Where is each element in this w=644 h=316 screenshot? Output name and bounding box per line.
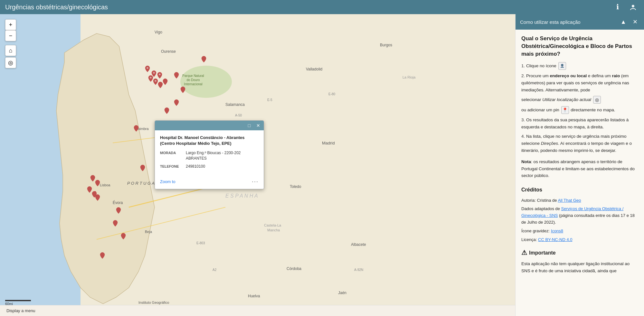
svg-text:Castela-La: Castela-La xyxy=(264,223,281,227)
map-pin[interactable] xyxy=(121,233,126,239)
popup-field-telefone: TELEFONE 249810100 xyxy=(160,164,259,169)
map-pin[interactable] xyxy=(87,186,92,193)
map-pin[interactable] xyxy=(157,72,162,79)
map-pin[interactable] xyxy=(164,107,169,114)
map-controls: + − ⌂ ◎ xyxy=(5,19,16,68)
popup-value-telefone: 249810100 xyxy=(186,164,259,169)
popup-label-morada: MORADA xyxy=(160,150,186,161)
license-link[interactable]: CC BY-NC-ND 4.0 xyxy=(538,237,572,242)
sidebar-content: Qual o Serviço de Urgência Obstétrica/Gi… xyxy=(516,30,644,279)
svg-point-46 xyxy=(155,80,156,82)
svg-text:Ourense: Ourense xyxy=(161,49,176,54)
popup-value-morada: Largo Eng.º Bioucas - 2200-202 ABRANTES xyxy=(186,150,259,161)
svg-text:Valladolid: Valladolid xyxy=(306,67,322,71)
map-pin[interactable] xyxy=(174,72,179,79)
map-pin[interactable] xyxy=(201,56,206,62)
map-pin[interactable] xyxy=(153,79,158,85)
map-container[interactable]: Ourense Vigo Salamanca Valladolid Burgos… xyxy=(0,14,515,316)
svg-text:A-92N: A-92N xyxy=(354,268,363,272)
map-pin[interactable] xyxy=(100,252,105,259)
main-question: Qual o Serviço de Urgência Obstétrica/Gi… xyxy=(521,35,638,58)
display-menu-button[interactable]: Display a menu xyxy=(4,307,38,314)
note-section: Nota: os resultados abrangem apenas o te… xyxy=(521,158,638,179)
svg-text:Jaén: Jaén xyxy=(338,291,346,295)
all-that-geo-link[interactable]: All That Geo xyxy=(558,198,581,203)
svg-point-47 xyxy=(561,64,563,66)
home-button[interactable]: ⌂ xyxy=(5,45,16,56)
zoom-in-button[interactable]: + xyxy=(5,19,16,30)
step-2-cont: selecionar Utilizar localização actual ◎ xyxy=(521,96,638,104)
svg-point-42 xyxy=(147,67,148,69)
svg-text:E S P A N H A: E S P A N H A xyxy=(225,193,258,199)
locate-button[interactable]: ◎ xyxy=(5,57,16,68)
sidebar-header: Como utilizar esta aplicação ▲ ✕ xyxy=(516,14,644,30)
svg-point-45 xyxy=(150,77,151,79)
icons8-link[interactable]: Icons8 xyxy=(551,228,563,233)
svg-text:Parque Natural: Parque Natural xyxy=(182,74,204,78)
svg-text:Burgos: Burgos xyxy=(380,43,392,47)
svg-text:Toledo: Toledo xyxy=(290,184,301,189)
sidebar-collapse-button[interactable]: ▲ xyxy=(619,17,628,26)
step-4: 4. Na lista, clique no serviço de urgênc… xyxy=(521,133,638,154)
popup-header: □ ✕ xyxy=(155,121,264,130)
svg-point-0 xyxy=(632,5,634,7)
svg-text:do Douro: do Douro xyxy=(186,78,200,82)
main-area: Ourense Vigo Salamanca Valladolid Burgos… xyxy=(0,14,644,316)
sns-link[interactable]: Serviços de Urgência Obstétrica / Gineco… xyxy=(521,206,623,218)
importante-header: ⚠ Importante xyxy=(521,247,638,258)
svg-text:E-5: E-5 xyxy=(267,98,272,102)
info-button[interactable]: ℹ xyxy=(612,1,623,13)
svg-text:Internacional: Internacional xyxy=(184,82,202,86)
map-pin[interactable] xyxy=(180,87,185,93)
map-pin[interactable] xyxy=(95,194,100,201)
map-pin[interactable] xyxy=(116,207,121,214)
step-1: 1. Clique no ícone xyxy=(521,62,638,70)
svg-text:A-50: A-50 xyxy=(235,114,242,117)
popup-title: Hospital Dr. Manoel Constâncio - Abrante… xyxy=(160,135,259,146)
map-pin[interactable] xyxy=(158,82,163,88)
map-pin[interactable] xyxy=(163,79,168,85)
map-pin[interactable] xyxy=(95,180,100,186)
map-pin[interactable] xyxy=(145,66,150,72)
map-pin[interactable] xyxy=(148,75,153,82)
svg-text:Madrid: Madrid xyxy=(322,141,335,145)
svg-text:Huelva: Huelva xyxy=(248,294,260,298)
map-pin[interactable] xyxy=(113,220,118,227)
svg-text:Vigo: Vigo xyxy=(155,30,162,34)
bottom-bar: Display a menu xyxy=(0,305,515,316)
step-2-pin: ou adicionar um pin 📍 directamente no ma… xyxy=(521,106,638,114)
popup-body: Hospital Dr. Manoel Constâncio - Abrante… xyxy=(155,130,264,176)
credit-licenca: Licença: CC BY-NC-ND 4.0 xyxy=(521,237,638,243)
step-3: 3. Os resultados da sua pesquisa aparece… xyxy=(521,116,638,130)
svg-text:Lisboa: Lisboa xyxy=(100,183,110,187)
credit-dados: Dados adaptados de Serviços de Urgência … xyxy=(521,206,638,226)
svg-text:Évora: Évora xyxy=(113,200,123,205)
map-pin[interactable] xyxy=(140,165,145,171)
importante-title: Importante xyxy=(529,249,556,257)
map-pin[interactable] xyxy=(174,99,179,106)
location-popup: □ ✕ Hospital Dr. Manoel Constâncio - Abr… xyxy=(155,120,264,189)
more-options-button[interactable]: ··· xyxy=(252,178,259,185)
map-pin[interactable] xyxy=(134,125,139,132)
credit-autoria: Autoria: Cristina de All That Geo xyxy=(521,197,638,204)
step-1-text: 1. Clique no ícone xyxy=(521,63,567,68)
navigation-controls: ⌂ ◎ xyxy=(5,45,16,68)
svg-text:Beja: Beja xyxy=(145,230,152,234)
locate-icon: ◎ xyxy=(593,96,601,104)
credit-icone: Ícone gravidez: Icons8 xyxy=(521,228,638,235)
svg-text:Mancha: Mancha xyxy=(267,228,280,232)
popup-close-button[interactable]: ✕ xyxy=(255,122,262,129)
importante-text: Esta aplicação não tem qualquer ligação … xyxy=(521,260,638,274)
zoom-controls: + − xyxy=(5,19,16,41)
zoom-out-button[interactable]: − xyxy=(5,30,16,41)
svg-text:Albacete: Albacete xyxy=(351,242,366,247)
scale-line xyxy=(5,300,31,301)
map-pin[interactable] xyxy=(90,175,95,181)
sidebar-title: Como utilizar esta aplicação xyxy=(520,19,581,25)
user-location-button[interactable] xyxy=(627,1,639,13)
step-1-icon xyxy=(558,62,566,70)
popup-minimize-button[interactable]: □ xyxy=(246,122,253,129)
popup-footer: Zoom to ··· xyxy=(155,176,264,189)
zoom-to-link[interactable]: Zoom to xyxy=(160,179,175,184)
sidebar-close-button[interactable]: ✕ xyxy=(630,17,639,26)
